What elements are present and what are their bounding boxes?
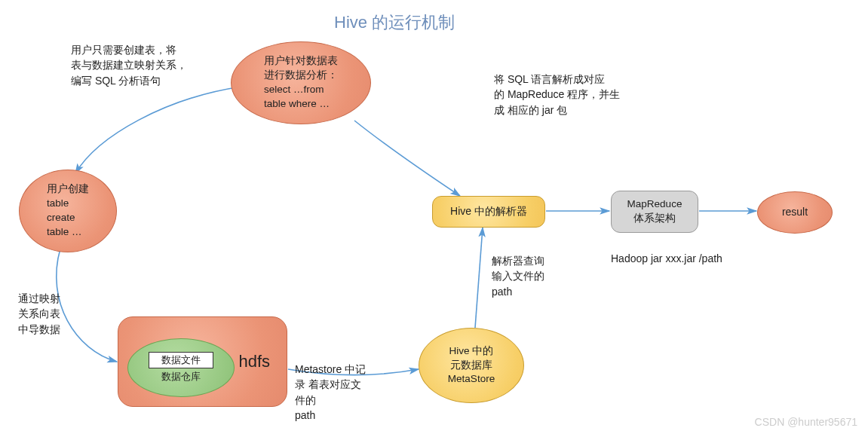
node-mapreduce: MapReduce 体系架构 xyxy=(611,191,698,233)
node-metastore: Hive 中的 元数据库 MetaStore xyxy=(419,328,524,403)
node-parser-label: Hive 中的解析器 xyxy=(450,204,527,219)
label-l2: 将 SQL 语言解析成对应 的 MapReduce 程序，并生 成 相应的 ja… xyxy=(494,72,620,118)
node-data-warehouse-label: 数据仓库 xyxy=(161,370,201,384)
node-user-create: 用户创建 table create table … xyxy=(19,170,117,252)
label-l1: 用户只需要创建表，将 表与数据建立映射关系， 编写 SQL 分析语句 xyxy=(71,42,187,88)
node-mapreduce-text: MapReduce 体系架构 xyxy=(621,194,689,229)
node-user-create-text: 用户创建 table create table … xyxy=(41,179,95,243)
node-user-analysis-text: 用户针对数据表 进行数据分析： select …from table where… xyxy=(258,51,344,115)
node-result: result xyxy=(757,191,833,234)
node-parser: Hive 中的解析器 xyxy=(432,196,545,228)
node-data-file: 数据文件 xyxy=(149,352,213,368)
watermark: CSDN @hunter95671 xyxy=(755,416,857,428)
node-metastore-text: Hive 中的 元数据库 MetaStore xyxy=(442,341,501,390)
node-user-analysis: 用户针对数据表 进行数据分析： select …from table where… xyxy=(231,41,371,124)
node-data-warehouse: 数据文件 数据仓库 xyxy=(127,338,235,397)
diagram-title: Hive 的运行机制 xyxy=(334,11,455,34)
node-hdfs: 数据文件 数据仓库 hdfs xyxy=(118,316,287,407)
diagram-canvas: Hive 的运行机制 用户针对数据表 进行数据分析： select …from … xyxy=(0,0,868,434)
node-result-label: result xyxy=(782,205,808,220)
label-l6: Hadoop jar xxx.jar /path xyxy=(611,251,722,266)
label-l4: Metastore 中记 录 着表对应文 件的 path xyxy=(295,362,366,423)
label-l5: 解析器查询 输入文件的 path xyxy=(492,253,544,299)
node-hdfs-label: hdfs xyxy=(238,350,270,374)
label-l3: 通过映射 关系向表 中导数据 xyxy=(18,291,60,337)
